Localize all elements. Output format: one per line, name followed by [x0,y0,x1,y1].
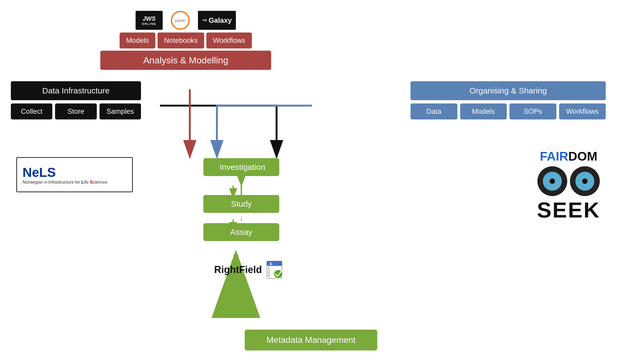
jupyter-icon-box: jupyter [171,11,190,30]
analysis-workflows-box: Workflows [206,32,252,48]
rightfield-label: RightField A 1 2 3 [214,260,285,280]
jws-online-text: ONLINE [142,22,156,25]
galaxy-icon: ⇒ Galaxy [198,11,236,30]
galaxy-label: Galaxy [209,16,232,25]
metadata-management-box: Metadata Management [245,330,377,350]
seek-title: SEEK [537,198,600,223]
org-sops-box: SOPs [509,103,556,119]
analysis-sub-boxes: Models Notebooks Workflows [100,32,271,48]
rightfield-text: RightField [214,264,262,275]
investigation-box: Investigation [203,158,279,176]
fairdom-title: FAIRDOM [540,149,597,164]
seek-left-eye-inner [543,172,562,191]
diagram-container: JWS ONLINE jupyter ⇒ Galaxy Models Noteb… [0,0,622,364]
arrow-down-icon: ↓ [239,177,243,185]
nels-l-highlight: L [81,180,84,184]
org-sharing-sub-boxes: Data Models SOPs Workflows [411,103,606,119]
arrow-up-icon: ↓ [239,185,243,194]
isa-investigation-study-arrows: ↓ ↓ [239,177,243,194]
seek-left-eye [537,166,567,196]
seek-right-eye-inner [575,172,594,191]
galaxy-icon-box: ⇒ Galaxy [198,11,236,30]
assay-box: Assay [203,223,279,241]
study-box: Study [203,195,279,213]
data-infra-sub-boxes: Collect Store Samples [11,103,141,119]
org-data-box: Data [411,103,457,119]
tool-icons: JWS ONLINE jupyter ⇒ Galaxy [136,11,236,30]
samples-box: Samples [100,103,141,119]
jws-icon-box: JWS ONLINE [136,11,163,30]
analysis-section: JWS ONLINE jupyter ⇒ Galaxy Models Noteb… [100,11,271,70]
nels-title: NeLS [23,165,56,180]
store-box: Store [55,103,97,119]
rightfield-spreadsheet-icon: A 1 2 3 [266,260,285,280]
data-infrastructure-section: Data Infrastructure Collect Store Sample… [11,81,141,119]
data-infra-main-box: Data Infrastructure [11,81,141,100]
isa-section: Investigation ↓ ↓ Study ↓ Assay [203,157,279,242]
jupyter-label: jupyter [175,18,185,22]
org-sharing-main-box: Organising & Sharing [411,81,606,100]
org-models-box: Models [460,103,507,119]
seek-left-pupil [550,178,555,184]
analysis-notebooks-box: Notebooks [158,32,204,48]
seek-right-eye [570,166,600,196]
jupyter-icon: jupyter [171,11,190,30]
collect-box: Collect [11,103,52,119]
svg-rect-7 [267,261,282,266]
analysis-models-box: Models [120,32,155,48]
svg-text:3: 3 [268,274,270,278]
isa-study-assay-arrows: ↓ [239,214,243,222]
rightfield-section: RightField A 1 2 3 [214,260,285,280]
svg-text:2: 2 [268,270,270,274]
nels-box: NeLS Norwegian e-Infrastructure for Life… [16,157,133,192]
svg-text:A: A [270,262,272,266]
analysis-main-box: Analysis & Modelling [100,51,271,70]
fairdom-fair-text: FAIR [540,149,568,163]
galaxy-arrow-icon: ⇒ [202,17,207,24]
org-sharing-section: Organising & Sharing Data Models SOPs Wo… [411,81,606,119]
fairdom-seek-section: FAIRDOM SEEK [537,149,600,223]
svg-text:1: 1 [268,266,270,270]
arrow-down-2-icon: ↓ [239,214,243,222]
org-workflows-box: Workflows [559,103,606,119]
jws-logo-text: JWS [143,15,156,22]
fairdom-dom-text: DOM [568,149,597,163]
nels-subtitle: Norwegian e-Infrastructure for Life Scie… [23,180,107,185]
nels-s-highlight: S [90,180,93,184]
seek-right-pupil [582,178,588,184]
jws-icon: JWS ONLINE [136,11,163,30]
seek-eyes [537,166,600,196]
